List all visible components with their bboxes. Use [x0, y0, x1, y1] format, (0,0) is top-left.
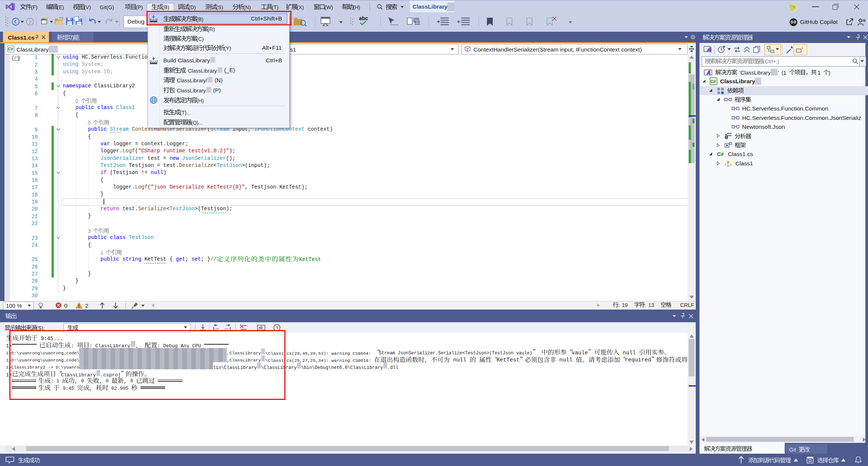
svg-text:C#: C# [8, 47, 13, 51]
svg-text:C#: C# [711, 79, 716, 84]
svg-text:ab: ab [259, 326, 263, 330]
svg-text:C#: C# [717, 151, 724, 157]
